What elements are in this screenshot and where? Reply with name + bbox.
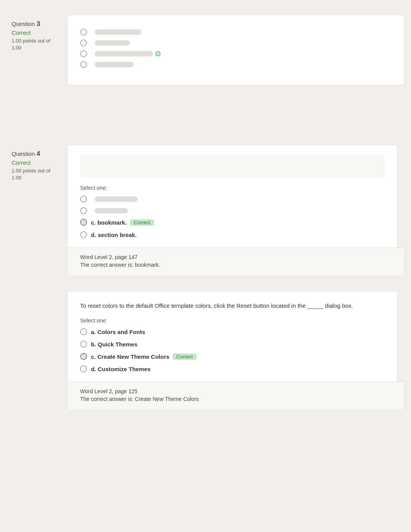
option-q5-b: b. Quick Themes (80, 341, 385, 348)
option-q4-c-badge: Correct (130, 219, 154, 226)
blurred-row-4 (80, 61, 392, 68)
question-4-label-text: Question (12, 150, 35, 157)
question-5-block: To reset colors to the default Office te… (0, 283, 411, 410)
question-3-sidebar: Question 3 Correct 1.00 points out of 1.… (0, 15, 68, 85)
question-5-sidebar-empty (0, 292, 68, 410)
radio-q4-a[interactable] (80, 196, 87, 203)
question-4-content-wrapper: Select one: c. bookmark. Correct (68, 145, 404, 276)
question-4-content: Select one: c. bookmark. Correct (68, 145, 397, 247)
blurred-bar-q4-b (95, 208, 128, 213)
option-q4-c-text: c. bookmark. (91, 219, 127, 226)
question-5-feedback: Word Level 2, page 125 The correct answe… (68, 382, 404, 410)
question-4-sidebar: Question 4 Correct 1.00 points out of 1.… (0, 145, 68, 276)
question-3-points: 1.00 points out of 1.00 (12, 38, 61, 51)
blurred-row-1 (80, 29, 392, 36)
bottom-spacer (0, 410, 411, 425)
blurred-bar-3 (95, 51, 153, 56)
question-5-feedback-answer: The correct answer is: Create New Theme … (80, 396, 392, 402)
question-3-label: Question 3 (12, 20, 61, 28)
radio-q5-d[interactable] (80, 365, 87, 372)
option-q5-c: c. Create New Theme Colors Correct (80, 353, 385, 360)
radio-q4-b[interactable] (80, 207, 87, 214)
option-q5-c-text: c. Create New Theme Colors (91, 353, 170, 360)
question-3-number: 3 (36, 20, 40, 27)
question-4-select-one: Select one: (80, 185, 385, 191)
question-3-label-text: Question (12, 20, 35, 27)
page-wrapper: Question 3 Correct 1.00 points out of 1.… (0, 0, 411, 532)
radio-q4-d[interactable] (80, 231, 87, 238)
question-5-text: To reset colors to the default Office te… (80, 301, 385, 310)
radio-q5-b[interactable] (80, 341, 87, 348)
option-q5-d-text: d. Customize Themes (91, 366, 151, 372)
radio-blurred-1 (80, 29, 87, 36)
radio-q5-c[interactable] (80, 353, 87, 360)
question-3-block: Question 3 Correct 1.00 points out of 1.… (0, 9, 411, 92)
question-5-content: To reset colors to the default Office te… (68, 292, 397, 382)
question-4-number: 4 (36, 150, 40, 157)
divider-1 (0, 92, 411, 107)
question-3-status: Correct (12, 29, 61, 36)
blurred-bar-q4-a (95, 196, 137, 202)
option-q5-c-badge: Correct (173, 353, 197, 360)
blurred-row-q4-b (80, 207, 385, 214)
question-4-points: 1.00 points out of 1.00 (12, 167, 61, 181)
question-4-status: Correct (12, 159, 61, 166)
question-4-label: Question 4 (12, 150, 61, 158)
blurred-row-3 (80, 50, 392, 57)
option-q5-a-text: a. Colors and Fonts (91, 329, 145, 335)
blurred-bar-2 (95, 40, 130, 46)
question-3-options-blurred (80, 25, 392, 76)
option-q5-d: d. Customize Themes (80, 365, 385, 372)
question-5-select-one: Select one: (80, 317, 385, 324)
question-4-text-blurred (80, 155, 385, 178)
option-q4-d-text: d. section break. (91, 232, 137, 238)
radio-blurred-2 (80, 39, 87, 46)
radio-q5-a[interactable] (80, 328, 87, 335)
blurred-bar-4 (95, 62, 134, 67)
radio-blurred-4 (80, 61, 87, 68)
question-4-feedback: Word Level 2, page 147 The correct answe… (68, 247, 404, 276)
option-q5-b-text: b. Quick Themes (91, 341, 137, 348)
radio-q4-c[interactable] (80, 219, 87, 226)
divider-2 (0, 107, 411, 138)
option-q5-a: a. Colors and Fonts (80, 328, 385, 335)
question-4-feedback-answer: The correct answer is: bookmark. (80, 262, 392, 268)
top-spacer (0, 0, 411, 9)
option-q4-d: d. section break. (80, 231, 385, 238)
question-4-block: Question 4 Correct 1.00 points out of 1.… (0, 138, 411, 283)
blurred-row-2 (80, 39, 392, 46)
correct-answer-dot-q3 (155, 51, 161, 56)
question-5-content-wrapper: To reset colors to the default Office te… (68, 292, 404, 410)
question-3-content (68, 15, 404, 85)
radio-blurred-3 (80, 50, 87, 57)
question-4-feedback-source: Word Level 2, page 147 (80, 254, 392, 260)
blurred-bar-1 (95, 29, 141, 35)
question-5-feedback-source: Word Level 2, page 125 (80, 388, 392, 394)
option-q4-c: c. bookmark. Correct (80, 219, 385, 226)
blurred-row-q4-a (80, 196, 385, 203)
